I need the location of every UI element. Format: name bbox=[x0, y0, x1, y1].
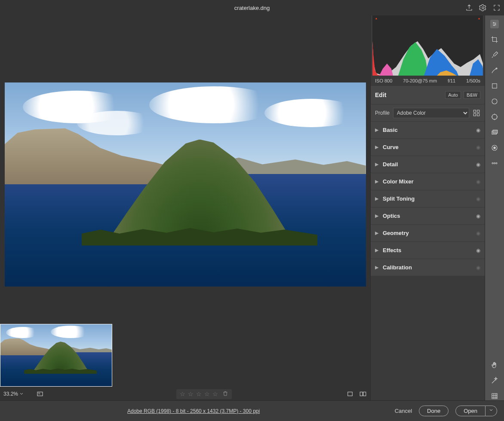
chevron-right-icon: ▶ bbox=[375, 265, 378, 270]
exif-shutter: 1/500s bbox=[466, 78, 480, 83]
trash-icon[interactable] bbox=[222, 390, 228, 398]
svg-rect-6 bbox=[477, 110, 479, 112]
svg-rect-17 bbox=[493, 130, 498, 134]
chevron-right-icon: ▶ bbox=[375, 213, 378, 219]
chevron-right-icon: ▶ bbox=[375, 230, 378, 236]
profile-select[interactable]: Adobe Color bbox=[393, 108, 469, 118]
panel-split-toning[interactable]: ▶Split Toning◉ bbox=[371, 190, 485, 207]
panel-detail[interactable]: ▶Detail◉ bbox=[371, 156, 485, 173]
eyedropper-icon[interactable] bbox=[490, 51, 499, 59]
magic-wand-icon[interactable] bbox=[490, 376, 499, 385]
svg-rect-5 bbox=[473, 110, 476, 112]
thumbnail[interactable] bbox=[0, 324, 112, 387]
square-icon[interactable] bbox=[490, 82, 499, 90]
star-1[interactable]: ☆ bbox=[180, 390, 185, 397]
more-icon[interactable] bbox=[490, 159, 499, 168]
chevron-right-icon: ▶ bbox=[375, 179, 378, 184]
panel-optics[interactable]: ▶Optics◉ bbox=[371, 207, 485, 224]
heal-brush-icon[interactable] bbox=[490, 66, 499, 75]
panel-curve[interactable]: ▶Curve◉ bbox=[371, 138, 485, 156]
svg-point-21 bbox=[494, 163, 495, 164]
star-5[interactable]: ☆ bbox=[212, 390, 218, 397]
star-2[interactable]: ☆ bbox=[188, 390, 194, 397]
histogram[interactable] bbox=[372, 15, 483, 76]
svg-point-20 bbox=[492, 163, 493, 164]
profile-label: Profile bbox=[375, 110, 390, 116]
panel-list: ▶Basic◉ ▶Curve◉ ▶Detail◉ ▶Color Mixer◉ ▶… bbox=[371, 121, 485, 400]
svg-point-11 bbox=[494, 25, 495, 26]
open-button[interactable]: Open bbox=[455, 406, 486, 416]
done-button[interactable]: Done bbox=[419, 406, 449, 416]
rating-bar: ☆ ☆ ☆ ☆ ☆ bbox=[176, 389, 232, 399]
shadow-clipping-icon[interactable] bbox=[374, 16, 378, 21]
exif-row: ISO 800 70-200@75 mm f/11 1/500s bbox=[371, 76, 485, 86]
chevron-right-icon: ▶ bbox=[375, 144, 378, 150]
svg-rect-3 bbox=[360, 392, 363, 396]
fit-icon[interactable] bbox=[36, 390, 44, 398]
hand-icon[interactable] bbox=[490, 361, 499, 369]
svg-point-9 bbox=[493, 22, 494, 23]
cancel-button[interactable]: Cancel bbox=[395, 408, 412, 414]
eye-icon[interactable]: ◉ bbox=[476, 127, 480, 133]
panel-color-mixer[interactable]: ▶Color Mixer◉ bbox=[371, 173, 485, 190]
eye-icon[interactable]: ◉ bbox=[476, 144, 480, 150]
eye-icon[interactable]: ◉ bbox=[476, 265, 480, 271]
crop-icon[interactable] bbox=[490, 35, 499, 44]
svg-rect-4 bbox=[363, 392, 366, 396]
chevron-right-icon: ▶ bbox=[375, 162, 378, 167]
single-view-icon[interactable] bbox=[346, 390, 354, 398]
edit-title: Edit bbox=[375, 92, 443, 98]
svg-rect-7 bbox=[473, 113, 476, 116]
compare-view-icon[interactable] bbox=[359, 390, 367, 398]
gear-icon[interactable] bbox=[479, 4, 487, 12]
profile-browser-icon[interactable] bbox=[473, 109, 480, 117]
radial-icon[interactable] bbox=[490, 97, 499, 106]
exif-lens: 70-200@75 mm bbox=[403, 78, 437, 83]
open-dropdown-icon[interactable] bbox=[486, 406, 497, 416]
main-image bbox=[5, 82, 366, 287]
eye-icon[interactable]: ◉ bbox=[476, 162, 480, 168]
chevron-down-icon bbox=[19, 392, 24, 396]
image-format-link[interactable]: Adobe RGB (1998) - 8 bit - 2560 x 1432 (… bbox=[127, 408, 260, 414]
target-icon[interactable] bbox=[490, 113, 499, 121]
panel-basic[interactable]: ▶Basic◉ bbox=[371, 121, 485, 138]
panel-geometry[interactable]: ▶Geometry◉ bbox=[371, 224, 485, 241]
filmstrip bbox=[0, 323, 370, 387]
svg-point-0 bbox=[482, 7, 484, 9]
highlight-clipping-icon[interactable] bbox=[477, 16, 481, 21]
svg-point-22 bbox=[496, 163, 497, 164]
svg-point-14 bbox=[492, 99, 497, 104]
grid-icon[interactable] bbox=[490, 392, 499, 400]
document-title: craterlake.dng bbox=[234, 5, 270, 11]
panel-effects[interactable]: ▶Effects◉ bbox=[371, 241, 485, 259]
star-3[interactable]: ☆ bbox=[196, 390, 202, 397]
eye-icon[interactable]: ◉ bbox=[476, 179, 480, 185]
edit-sliders-icon[interactable] bbox=[490, 20, 499, 28]
panel-calibration[interactable]: ▶Calibration◉ bbox=[371, 259, 485, 276]
svg-rect-2 bbox=[348, 392, 353, 396]
canvas-viewport[interactable] bbox=[0, 15, 370, 323]
svg-rect-8 bbox=[477, 113, 479, 116]
svg-point-15 bbox=[492, 114, 497, 119]
exif-iso: ISO 800 bbox=[375, 78, 392, 83]
export-icon[interactable] bbox=[465, 4, 473, 12]
auto-button[interactable]: Auto bbox=[445, 91, 461, 99]
svg-point-10 bbox=[495, 24, 496, 24]
zoom-value: 33.2% bbox=[3, 391, 18, 397]
eye-icon[interactable]: ◉ bbox=[476, 230, 480, 236]
star-4[interactable]: ☆ bbox=[204, 390, 210, 397]
fullscreen-icon[interactable] bbox=[493, 4, 501, 12]
zoom-level[interactable]: 33.2% bbox=[3, 391, 25, 397]
bw-button[interactable]: B&W bbox=[464, 91, 480, 99]
layers-icon[interactable] bbox=[490, 128, 499, 137]
chevron-right-icon: ▶ bbox=[375, 127, 378, 133]
svg-rect-13 bbox=[492, 84, 497, 88]
svg-point-19 bbox=[494, 147, 496, 149]
eye-icon[interactable]: ◉ bbox=[476, 247, 480, 253]
eye-icon[interactable]: ◉ bbox=[476, 196, 480, 202]
mask-circle-icon[interactable] bbox=[490, 143, 499, 152]
chevron-right-icon: ▶ bbox=[375, 247, 378, 253]
chevron-right-icon: ▶ bbox=[375, 196, 378, 201]
eye-icon[interactable]: ◉ bbox=[476, 213, 480, 219]
exif-aperture: f/11 bbox=[448, 78, 455, 83]
